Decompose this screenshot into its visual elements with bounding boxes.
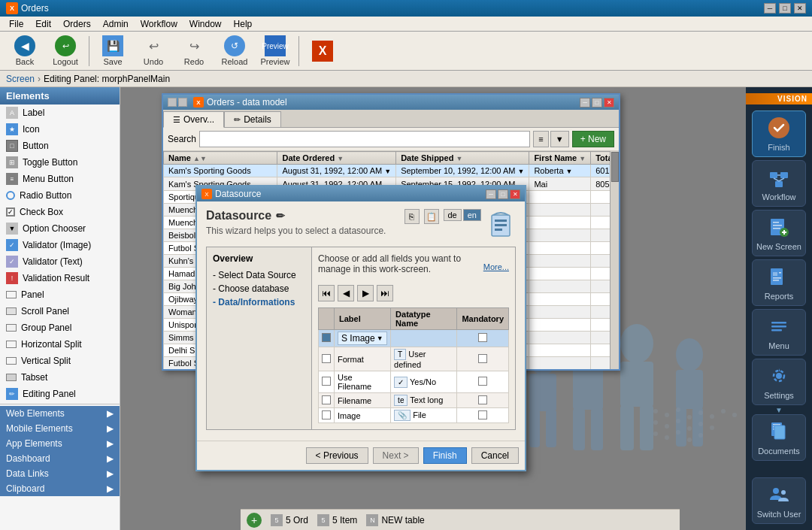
logout-button[interactable]: ↩ Logout bbox=[47, 32, 84, 69]
orders-maximize-button[interactable] bbox=[178, 98, 187, 107]
sidebar-item-horizontal-split[interactable]: Horizontal Split bbox=[0, 336, 120, 353]
sidebar-section-web-elements[interactable]: Web Elements ▶ bbox=[0, 406, 120, 421]
col-mandatory[interactable]: Mandatory bbox=[457, 308, 509, 330]
sidebar-item-toggle-button[interactable]: ⊞ Toggle Button bbox=[0, 154, 120, 171]
col-date-shipped[interactable]: Date Shipped ▼ bbox=[396, 152, 529, 165]
filename-mandatory[interactable] bbox=[478, 395, 487, 404]
nav-first-button[interactable]: ⏮ bbox=[318, 285, 335, 301]
filename-checkbox[interactable] bbox=[322, 395, 331, 404]
tab-overview[interactable]: ☰ Overv... bbox=[163, 111, 224, 128]
search-menu-button[interactable]: ≡ bbox=[533, 131, 548, 147]
orders-ctrl-minimize[interactable]: ─ bbox=[580, 98, 590, 108]
menu-help[interactable]: Help bbox=[228, 17, 259, 31]
sidebar-item-group-panel[interactable]: Group Panel bbox=[0, 320, 120, 336]
sidebar-item-validator-image[interactable]: ✓ Validator (Image) bbox=[0, 237, 120, 253]
menu-orders[interactable]: Orders bbox=[57, 17, 97, 31]
save-button[interactable]: 💾 Save bbox=[94, 32, 132, 69]
simage-checkbox[interactable] bbox=[322, 333, 331, 342]
x-button[interactable]: X bbox=[304, 38, 341, 65]
preview-button[interactable]: Preview Preview bbox=[256, 32, 294, 69]
paste-button[interactable]: 📋 bbox=[424, 209, 439, 224]
ds-table-row-use-filename[interactable]: Use Filename ✓ Yes/No bbox=[319, 371, 509, 393]
sidebar-item-check-box[interactable]: ✓ Check Box bbox=[0, 204, 120, 220]
table-vertical-scroll[interactable] bbox=[610, 151, 619, 369]
nav-next-button[interactable]: ▶ bbox=[357, 285, 374, 301]
lang-en-button[interactable]: en bbox=[463, 209, 481, 221]
simage-mandatory-checkbox[interactable] bbox=[478, 333, 487, 342]
sidebar-item-icon[interactable]: ★ Icon bbox=[0, 121, 120, 138]
image-mandatory[interactable] bbox=[478, 410, 487, 419]
ds-table-row-format[interactable]: Format T User defined bbox=[319, 347, 509, 371]
more-link[interactable]: More... bbox=[483, 262, 509, 271]
search-input[interactable] bbox=[199, 131, 530, 147]
sidebar-section-mobile-elements[interactable]: Mobile Elements ▶ bbox=[0, 421, 120, 436]
search-dropdown-button[interactable]: ▼ bbox=[550, 131, 569, 147]
sidebar-section-dashboard[interactable]: Dashboard ▶ bbox=[0, 451, 120, 466]
new-button[interactable]: + New bbox=[572, 131, 614, 147]
copy-button[interactable]: ⎘ bbox=[404, 209, 420, 224]
menu-file[interactable]: File bbox=[3, 17, 29, 31]
sidebar-item-scroll-panel[interactable]: Scroll Panel bbox=[0, 303, 120, 320]
step-choose-database[interactable]: Choose database bbox=[213, 282, 305, 295]
tab-details[interactable]: ✏ Details bbox=[224, 111, 281, 127]
sidebar-item-validator-text[interactable]: ✓ Validator (Text) bbox=[0, 253, 120, 270]
orders-ctrl-restore[interactable]: □ bbox=[592, 98, 602, 108]
nav-last-button[interactable]: ⏭ bbox=[377, 285, 393, 301]
redo-button[interactable]: ↪ Redo bbox=[175, 32, 213, 69]
sidebar-item-panel[interactable]: Panel bbox=[0, 286, 120, 303]
format-checkbox[interactable] bbox=[322, 354, 331, 363]
ds-close-button[interactable]: ✕ bbox=[510, 189, 520, 199]
orders-minimize-button[interactable] bbox=[168, 98, 177, 107]
back-button[interactable]: ◀ Back bbox=[6, 32, 44, 69]
sidebar-item-editing-panel[interactable]: ✏ Editing Panel bbox=[0, 386, 120, 402]
sidebar-section-app-elements[interactable]: App Elements ▶ bbox=[0, 436, 120, 451]
col-first-name[interactable]: First Name ▼ bbox=[529, 152, 591, 165]
ds-table-row-filename[interactable]: Filename te Text long bbox=[319, 393, 509, 408]
breadcrumb-screen[interactable]: Screen bbox=[6, 74, 35, 84]
prev-button[interactable]: < Previous bbox=[306, 447, 368, 464]
finish-button[interactable]: Finish bbox=[423, 447, 467, 464]
documents-right-button[interactable]: Documents bbox=[752, 414, 806, 461]
new-screen-right-button[interactable]: New Screen bbox=[752, 210, 806, 256]
menu-workflow[interactable]: Workflow bbox=[135, 17, 183, 31]
nav-prev-button[interactable]: ◀ bbox=[338, 285, 354, 301]
sidebar-item-radio-button[interactable]: Radio Button bbox=[0, 187, 120, 204]
minimize-button[interactable]: ─ bbox=[764, 3, 776, 14]
col-date-ordered[interactable]: Date Ordered ▼ bbox=[277, 152, 396, 165]
bottom-item-new-table[interactable]: N NEW table bbox=[366, 514, 424, 526]
image-checkbox[interactable] bbox=[322, 410, 331, 419]
datasource-titlebar[interactable]: X Datasource ─ □ ✕ bbox=[197, 186, 525, 201]
switch-user-right-button[interactable]: Switch User bbox=[752, 477, 806, 524]
edit-title-icon[interactable]: ✏ bbox=[276, 210, 285, 222]
ds-minimize-button[interactable]: ─ bbox=[486, 189, 496, 199]
sidebar-item-option-chooser[interactable]: ▼ Option Chooser bbox=[0, 220, 120, 237]
menu-edit[interactable]: Edit bbox=[29, 17, 57, 31]
usefilename-mandatory[interactable] bbox=[478, 377, 487, 386]
sidebar-section-data-links[interactable]: Data Links ▶ bbox=[0, 466, 120, 481]
sidebar-item-menu-button[interactable]: ≡ Menu Button bbox=[0, 171, 120, 187]
format-mandatory[interactable] bbox=[478, 354, 487, 363]
sidebar-item-validation-result[interactable]: ! Validation Result bbox=[0, 270, 120, 286]
ds-table-row-simage[interactable]: S Image ▼ bbox=[319, 330, 509, 347]
menu-admin[interactable]: Admin bbox=[97, 17, 135, 31]
step-data-informations[interactable]: Data/Informations bbox=[213, 295, 305, 309]
sidebar-item-label[interactable]: A Label bbox=[0, 104, 120, 121]
settings-right-button[interactable]: Settings bbox=[752, 359, 806, 405]
sidebar-item-button[interactable]: □ Button bbox=[0, 138, 120, 154]
add-button[interactable]: + bbox=[247, 513, 262, 528]
maximize-button[interactable]: □ bbox=[779, 3, 791, 14]
simage-dropdown-icon[interactable]: ▼ bbox=[377, 335, 383, 342]
workflow-right-button[interactable]: Workflow bbox=[752, 160, 806, 207]
sidebar-section-clipboard[interactable]: Clipboard ▶ bbox=[0, 481, 120, 496]
usefilename-checkbox[interactable] bbox=[322, 377, 331, 386]
lang-de-button[interactable]: de bbox=[444, 209, 462, 221]
sidebar-item-vertical-split[interactable]: Vertical Split bbox=[0, 353, 120, 369]
undo-button[interactable]: ↩ Undo bbox=[135, 32, 172, 69]
menu-right-button[interactable]: Menu bbox=[752, 309, 806, 356]
ds-table-row-image[interactable]: Image 📎 File bbox=[319, 408, 509, 423]
cancel-button[interactable]: Cancel bbox=[471, 447, 519, 464]
orders-ctrl-close[interactable]: ✕ bbox=[604, 98, 614, 108]
scroll-thumb[interactable] bbox=[611, 152, 619, 182]
finish-right-button[interactable]: Finish bbox=[752, 111, 806, 157]
sidebar-item-tabset[interactable]: Tabset bbox=[0, 369, 120, 386]
